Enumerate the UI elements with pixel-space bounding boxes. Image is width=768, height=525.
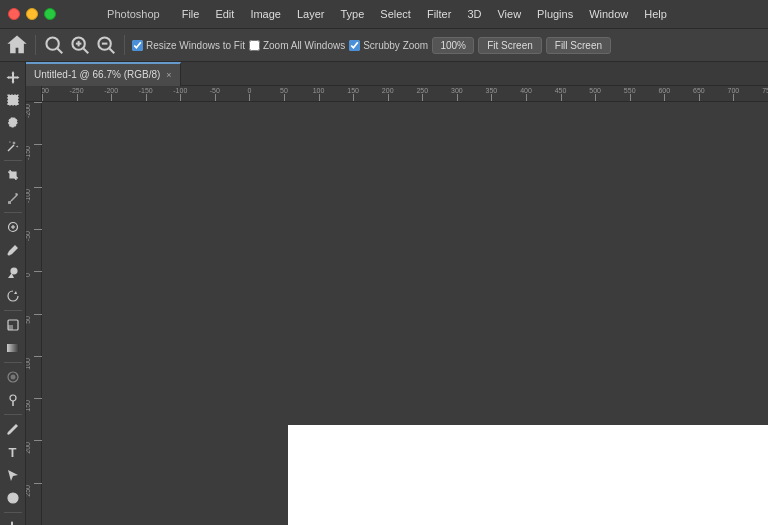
move-tool-icon [6,70,20,84]
ruler-h-tick [249,94,250,102]
menu-window[interactable]: Window [581,6,636,22]
ruler-h-label: 100 [313,87,325,94]
document-tab[interactable]: Untitled-1 @ 66.7% (RGB/8) × [26,62,181,86]
healing-brush-button[interactable] [2,216,24,238]
rect-marquee-button[interactable] [2,89,24,111]
pen-icon [6,422,20,436]
ruler-h-label: -200 [104,87,118,94]
eraser-button[interactable] [2,314,24,336]
resize-windows-checkbox[interactable] [132,40,143,51]
ruler-v-label: 200 [26,442,31,454]
brush-tool-button[interactable] [2,239,24,261]
zoom-all-windows-option[interactable]: Zoom All Windows [249,40,345,51]
ruler-h-label: -150 [139,87,153,94]
resize-windows-option[interactable]: Resize Windows to Fit [132,40,245,51]
magic-wand-button[interactable] [2,135,24,157]
zoom-all-checkbox[interactable] [249,40,260,51]
ruler-h-label: -100 [173,87,187,94]
lasso-tool-button[interactable] [2,112,24,134]
ruler-v-tick [34,187,42,188]
svg-point-16 [11,268,17,274]
move-tool-button[interactable] [2,66,24,88]
ruler-v-label: -150 [26,146,31,160]
menu-type[interactable]: Type [332,6,372,22]
clone-stamp-button[interactable] [2,262,24,284]
canvas-viewport[interactable] [42,102,768,525]
ruler-h-tick [491,94,492,102]
ruler-h-label: 750 [762,87,768,94]
ruler-v-tick [34,102,42,103]
title-bar: Photoshop File Edit Image Layer Type Sel… [0,0,768,28]
close-button[interactable] [8,8,20,20]
lasso-icon [6,116,20,130]
blur-icon [6,370,20,384]
options-bar: Resize Windows to Fit Zoom All Windows S… [0,28,768,62]
menu-layer[interactable]: Layer [289,6,333,22]
svg-point-15 [7,253,10,256]
ruler-v-tick [34,356,42,357]
tab-close-button[interactable]: × [166,70,171,80]
dodge-icon [6,393,20,407]
menu-image[interactable]: Image [242,6,289,22]
eyedropper-button[interactable] [2,187,24,209]
ruler-v-label: -200 [26,104,31,118]
ruler-h-tick [353,94,354,102]
ruler-v-label: -100 [26,189,31,203]
zoom-out-icon [95,34,117,56]
menu-help[interactable]: Help [636,6,675,22]
minimize-button[interactable] [26,8,38,20]
blur-tool-button[interactable] [2,366,24,388]
tool-separator-5 [4,414,22,415]
path-select-button[interactable] [2,464,24,486]
dodge-tool-button[interactable] [2,389,24,411]
shape-tool-button[interactable] [2,487,24,509]
ruler-v-label: -50 [26,231,31,241]
ruler-h-label: 700 [728,87,740,94]
menu-filter[interactable]: Filter [419,6,459,22]
ruler-v-tick [34,483,42,484]
history-brush-icon [6,289,20,303]
zoom-tool-options-button[interactable] [43,34,65,56]
scrubby-zoom-checkbox[interactable] [349,40,360,51]
scrubby-zoom-option[interactable]: Scrubby Zoom [349,40,428,51]
menu-select[interactable]: Select [372,6,419,22]
home-button[interactable] [6,34,28,56]
menu-3d[interactable]: 3D [459,6,489,22]
ruler-h-tick [561,94,562,102]
text-tool-button[interactable]: T [2,441,24,463]
pen-tool-button[interactable] [2,418,24,440]
gradient-tool-button[interactable] [2,337,24,359]
fit-screen-button[interactable]: Fit Screen [478,37,542,54]
ruler-h-tick [42,94,43,102]
zoom-in-button[interactable] [69,34,91,56]
fill-screen-button[interactable]: Fill Screen [546,37,611,54]
ruler-top-row: -300-250-200-150-100-5005010015020025030… [26,86,768,102]
brush-icon [6,243,20,257]
menu-edit[interactable]: Edit [207,6,242,22]
svg-rect-11 [8,201,11,204]
menu-view[interactable]: View [489,6,529,22]
tool-separator-6 [4,512,22,513]
ruler-h-label: -50 [210,87,220,94]
crop-tool-button[interactable] [2,164,24,186]
ruler-h-tick [77,94,78,102]
tool-separator-1 [4,160,22,161]
path-select-icon [6,468,20,482]
ruler-h-tick [284,94,285,102]
ruler-content-area: -200-150-100-50050100150200250300 [26,102,768,525]
menu-photoshop[interactable]: Photoshop [99,6,168,22]
zoom-out-button[interactable] [95,34,117,56]
eraser-icon [6,318,20,332]
zoom-percent-input[interactable]: 100% [432,37,474,54]
hand-tool-button[interactable] [2,516,24,525]
ruler-h-label: -300 [42,87,49,94]
menu-file[interactable]: File [174,6,208,22]
menu-plugins[interactable]: Plugins [529,6,581,22]
ruler-v-tick [34,271,42,272]
maximize-button[interactable] [44,8,56,20]
history-brush-button[interactable] [2,285,24,307]
svg-rect-19 [7,344,19,352]
ruler-h-tick [111,94,112,102]
ruler-h-label: 0 [247,87,251,94]
ruler-v-label: 250 [26,485,31,497]
